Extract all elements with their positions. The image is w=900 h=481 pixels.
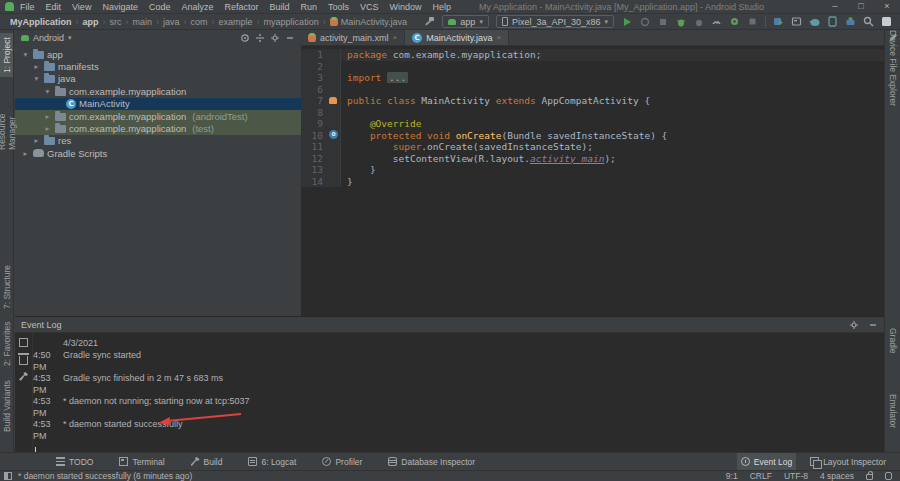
line-ending-widget[interactable]: CRLF	[750, 471, 772, 481]
menu-edit[interactable]: Edit	[46, 2, 62, 12]
attach-debugger-icon[interactable]	[693, 16, 704, 27]
debug-icon[interactable]	[675, 16, 686, 27]
android-gutter-icon[interactable]	[327, 95, 341, 107]
code-line[interactable]: 14}	[301, 176, 884, 188]
tree-item[interactable]: ▸com.example.myapplication(androidTest)	[15, 110, 301, 122]
caret-position-widget[interactable]: 9:1	[726, 471, 738, 481]
profiler-icon[interactable]	[711, 16, 722, 27]
locate-file-icon[interactable]	[239, 33, 250, 44]
collapsed-arrow-icon[interactable]: ▸	[32, 62, 41, 71]
breadcrumb-item[interactable]: com	[191, 17, 208, 27]
avd-manager-icon[interactable]	[827, 16, 838, 27]
menu-code[interactable]: Code	[149, 2, 171, 12]
menu-analyze[interactable]: Analyze	[181, 2, 213, 12]
code-line[interactable]: 13 }	[301, 164, 884, 176]
close-tab-icon[interactable]: ×	[497, 33, 502, 42]
settings-gear-icon[interactable]	[269, 33, 280, 44]
code-editor[interactable]: 1package com.example.myapplication;23imp…	[301, 46, 884, 187]
device-selector[interactable]: Pixel_3a_API_30_x86 ▾	[496, 15, 614, 28]
tool-button-emulator[interactable]: Emulator	[885, 366, 900, 456]
emulator-status-icon[interactable]	[885, 472, 892, 480]
close-tab-icon[interactable]: ×	[393, 33, 398, 42]
tree-item[interactable]: ▸Gradle Scripts	[15, 147, 301, 159]
build-hammer-icon[interactable]	[424, 16, 435, 27]
gradle-sync-icon[interactable]	[809, 16, 820, 27]
tool-button-favorites[interactable]: 2: Favorites	[0, 316, 13, 372]
notifications-icon[interactable]	[881, 16, 892, 27]
tool-window-button-profiler[interactable]: Profiler	[318, 453, 366, 471]
close-button[interactable]: ×	[874, 0, 900, 13]
breadcrumb-item[interactable]: src	[110, 17, 122, 27]
search-everywhere-icon[interactable]	[863, 16, 874, 27]
menu-refactor[interactable]: Refactor	[224, 2, 258, 12]
tool-window-button-build[interactable]: Build	[187, 453, 227, 471]
encoding-widget[interactable]: UTF-8	[784, 471, 808, 481]
override-gutter-icon[interactable]	[327, 130, 341, 142]
tree-item[interactable]: ▾java	[15, 73, 301, 85]
sdk-manager-icon[interactable]	[845, 16, 856, 27]
breadcrumb-item[interactable]: java	[163, 17, 180, 27]
minimize-button[interactable]: –	[822, 0, 848, 13]
tool-button-resource-manager[interactable]: Resource Manager	[0, 78, 13, 150]
tool-button-build-variants[interactable]: Build Variants	[0, 376, 13, 436]
breadcrumb-item[interactable]: MainActivity.java	[330, 17, 407, 27]
tree-item[interactable]: ▸com.example.myapplication(test)	[15, 122, 301, 134]
code-line[interactable]: 2	[301, 61, 884, 73]
collapse-all-icon[interactable]	[254, 33, 265, 44]
menu-tools[interactable]: Tools	[328, 2, 349, 12]
code-line[interactable]: 11 super.onCreate(savedInstanceState);	[301, 141, 884, 153]
apply-code-changes-icon[interactable]	[657, 16, 668, 27]
settings-wrench-icon[interactable]	[19, 372, 28, 381]
tool-window-button-terminal[interactable]: Terminal	[115, 453, 168, 471]
settings-gear-icon[interactable]	[848, 319, 859, 330]
code-line[interactable]: 9 @Override	[301, 118, 884, 130]
menu-navigate[interactable]: Navigate	[102, 2, 138, 12]
stop-icon[interactable]	[747, 16, 758, 27]
code-line[interactable]: 7public class MainActivity extends AppCo…	[301, 95, 884, 107]
collapsed-arrow-icon[interactable]: ▸	[43, 112, 52, 121]
menu-vcs[interactable]: VCS	[360, 2, 379, 12]
code-line[interactable]: 10 protected void onCreate(Bundle savedI…	[301, 130, 884, 142]
run-configuration-selector[interactable]: app ▾	[442, 15, 489, 28]
expanded-arrow-icon[interactable]: ▾	[43, 87, 52, 96]
editor-tab[interactable]: activity_main.xml×	[301, 30, 405, 45]
tool-window-button-todo[interactable]: TODO	[52, 453, 97, 471]
expanded-arrow-icon[interactable]: ▾	[32, 74, 41, 83]
indent-widget[interactable]: 4 spaces	[820, 471, 854, 481]
tree-item[interactable]: ▾com.example.myapplication	[15, 85, 301, 97]
breadcrumb-item[interactable]: MyApplication	[10, 17, 72, 27]
breadcrumb-item[interactable]: main	[133, 17, 153, 27]
soft-wrap-icon[interactable]	[19, 338, 28, 347]
tree-item[interactable]: ▾app	[15, 48, 301, 60]
menu-run[interactable]: Run	[301, 2, 318, 12]
menu-window[interactable]: Window	[390, 2, 422, 12]
tool-window-button-database[interactable]: Database Inspector	[384, 453, 479, 471]
project-view-selector[interactable]: Android	[33, 33, 64, 43]
clear-all-trash-icon[interactable]	[19, 356, 28, 365]
tree-item[interactable]: ▸res	[15, 135, 301, 147]
tool-window-button-layout[interactable]: Layout Inspector	[806, 453, 890, 471]
menu-build[interactable]: Build	[269, 2, 289, 12]
code-line[interactable]: 6	[301, 84, 884, 96]
tool-windows-icon[interactable]	[791, 16, 802, 27]
tool-window-button-logcat[interactable]: 6: Logcat	[244, 453, 300, 471]
code-line[interactable]: 3import ...	[301, 72, 884, 84]
editor-tab[interactable]: MainActivity.java×	[405, 30, 509, 45]
tool-button-structure[interactable]: 7: Structure	[0, 260, 13, 314]
code-line[interactable]: 8	[301, 107, 884, 119]
collapsed-arrow-icon[interactable]: ▸	[21, 149, 30, 158]
event-log-content[interactable]: 4/3/20214:50 PMGradle sync started4:53 P…	[33, 333, 884, 452]
tool-button-gradle[interactable]: Gradle	[885, 318, 900, 364]
tool-button-project[interactable]: 1: Project	[0, 33, 13, 77]
tree-item[interactable]: MainActivity	[15, 98, 301, 110]
code-line[interactable]: 12 setContentView(R.layout.activity_main…	[301, 153, 884, 165]
toggle-tool-windows-icon[interactable]	[4, 472, 12, 480]
hide-panel-icon[interactable]	[284, 33, 295, 44]
breadcrumb-item[interactable]: myapplication	[264, 17, 319, 27]
tool-button-device-file-explorer[interactable]: Device File Explorer	[885, 30, 900, 106]
code-line[interactable]: 1package com.example.myapplication;	[301, 49, 884, 61]
breadcrumb-item[interactable]: app	[83, 17, 99, 27]
lock-icon[interactable]	[866, 474, 873, 480]
hide-panel-icon[interactable]	[867, 319, 878, 330]
apply-changes-icon[interactable]	[639, 16, 650, 27]
